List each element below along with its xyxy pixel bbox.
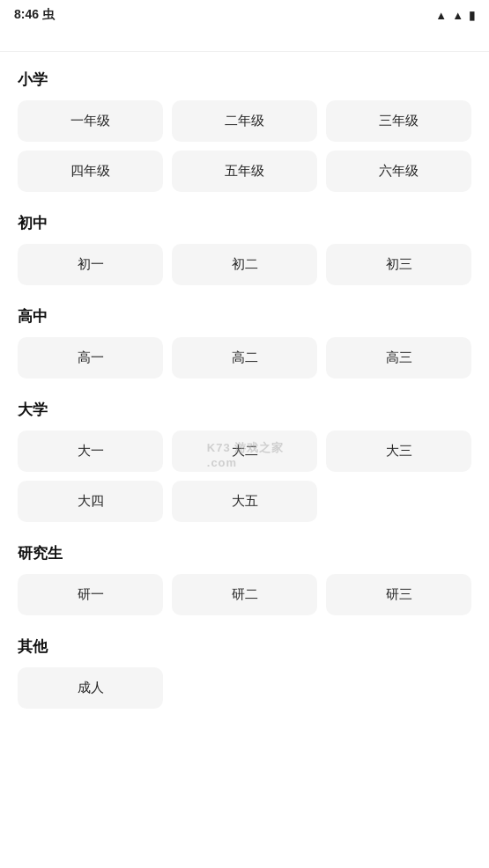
section-title-high: 高中 bbox=[18, 306, 471, 327]
grade-button-大五[interactable]: 大五 bbox=[172, 481, 317, 522]
grade-button-一年级[interactable]: 一年级 bbox=[18, 100, 163, 142]
grade-grid-other: 成人 bbox=[18, 667, 471, 709]
grade-grid-high: 高一高二高三 bbox=[18, 337, 471, 379]
signal-icon: ▲ bbox=[452, 9, 463, 22]
grade-button-高二[interactable]: 高二 bbox=[172, 337, 317, 379]
section-university: 大学大一大二大三大四大五 bbox=[18, 400, 471, 522]
grade-selection-content: 小学一年级二年级三年级四年级五年级六年级初中初一初二初三高中高一高二高三大学大一… bbox=[0, 52, 489, 765]
grade-button-五年级[interactable]: 五年级 bbox=[172, 151, 317, 192]
grade-button-研三[interactable]: 研三 bbox=[326, 574, 471, 615]
grade-button-成人[interactable]: 成人 bbox=[18, 667, 163, 709]
grade-button-大二[interactable]: 大二 bbox=[172, 430, 317, 472]
status-time: 8:46 虫 bbox=[14, 7, 55, 23]
section-graduate: 研究生研一研二研三 bbox=[18, 543, 471, 615]
section-title-university: 大学 bbox=[18, 400, 471, 420]
section-title-other: 其他 bbox=[18, 636, 471, 657]
grade-button-高一[interactable]: 高一 bbox=[18, 337, 163, 379]
grade-button-初三[interactable]: 初三 bbox=[326, 244, 471, 285]
wifi-icon: ▲ bbox=[435, 9, 447, 22]
grade-button-二年级[interactable]: 二年级 bbox=[172, 100, 317, 142]
status-bar: 8:46 虫 ▲ ▲ ▮ bbox=[0, 0, 489, 26]
grade-button-研二[interactable]: 研二 bbox=[172, 574, 317, 615]
grade-button-初一[interactable]: 初一 bbox=[18, 244, 163, 285]
grade-button-初二[interactable]: 初二 bbox=[172, 244, 317, 285]
page-header bbox=[0, 26, 489, 52]
grade-button-四年级[interactable]: 四年级 bbox=[18, 151, 163, 192]
section-title-primary: 小学 bbox=[18, 70, 471, 90]
section-primary: 小学一年级二年级三年级四年级五年级六年级 bbox=[18, 70, 471, 192]
grade-grid-primary: 一年级二年级三年级四年级五年级六年级 bbox=[18, 100, 471, 192]
grade-button-大四[interactable]: 大四 bbox=[18, 481, 163, 522]
status-icons: ▲ ▲ ▮ bbox=[435, 9, 475, 22]
grade-button-三年级[interactable]: 三年级 bbox=[326, 100, 471, 142]
section-title-middle: 初中 bbox=[18, 213, 471, 233]
section-title-graduate: 研究生 bbox=[18, 543, 471, 563]
grade-grid-middle: 初一初二初三 bbox=[18, 244, 471, 285]
grade-button-六年级[interactable]: 六年级 bbox=[326, 151, 471, 192]
grade-grid-university: 大一大二大三大四大五 bbox=[18, 430, 471, 522]
grade-button-研一[interactable]: 研一 bbox=[18, 574, 163, 615]
grade-button-大一[interactable]: 大一 bbox=[18, 430, 163, 472]
section-high: 高中高一高二高三 bbox=[18, 306, 471, 379]
section-middle: 初中初一初二初三 bbox=[18, 213, 471, 285]
grade-button-大三[interactable]: 大三 bbox=[326, 430, 471, 472]
section-other: 其他成人 bbox=[18, 636, 471, 709]
grade-grid-graduate: 研一研二研三 bbox=[18, 574, 471, 615]
grade-button-高三[interactable]: 高三 bbox=[326, 337, 471, 379]
battery-icon: ▮ bbox=[469, 9, 475, 22]
